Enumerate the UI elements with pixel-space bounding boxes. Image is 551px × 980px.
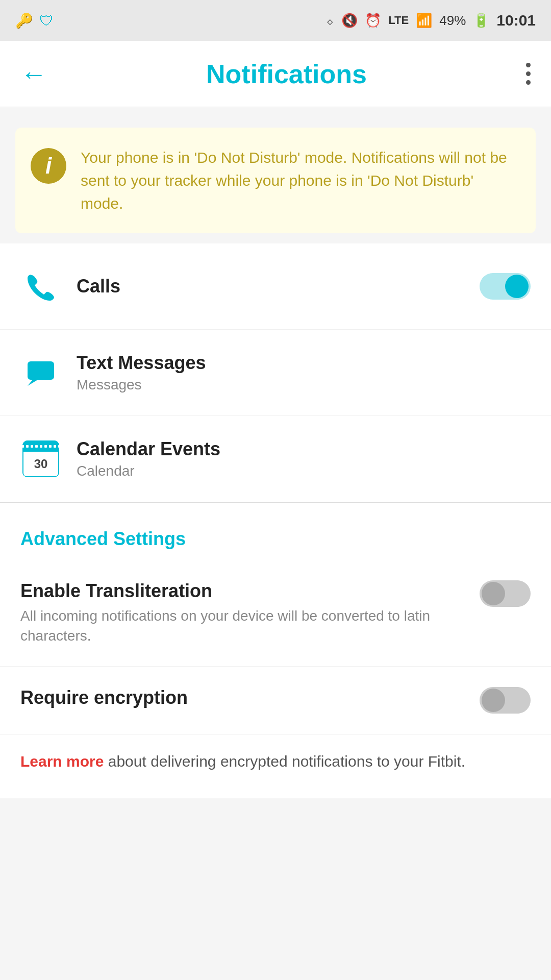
- svg-marker-1: [28, 380, 38, 386]
- transliteration-toggle-knob: [482, 582, 505, 605]
- transliteration-subtitle: All incoming notifications on your devic…: [20, 606, 464, 646]
- calendar-events-item[interactable]: 30 Calendar Events Calendar: [0, 416, 551, 502]
- encryption-toggle-control[interactable]: [480, 687, 531, 714]
- calendar-icon: 30: [20, 438, 61, 479]
- calls-icon: [20, 266, 61, 307]
- advanced-settings-section: Advanced Settings: [0, 503, 551, 560]
- learn-more-link[interactable]: Learn more: [20, 753, 104, 770]
- svg-rect-0: [28, 361, 54, 380]
- calendar-events-text: Calendar Events Calendar: [77, 438, 531, 479]
- calls-text: Calls: [77, 276, 480, 297]
- back-button[interactable]: ←: [20, 59, 47, 89]
- shield-icon: 🛡: [39, 12, 54, 29]
- alarm-icon: ⏰: [365, 13, 381, 29]
- calls-toggle[interactable]: [480, 273, 531, 300]
- transliteration-toggle[interactable]: [480, 580, 531, 607]
- transliteration-item[interactable]: Enable Transliteration All incoming noti…: [0, 560, 551, 667]
- text-messages-icon: [20, 352, 61, 393]
- lte-icon: LTE: [388, 14, 409, 27]
- page-title: Notifications: [206, 59, 367, 89]
- info-letter: i: [45, 153, 52, 179]
- warning-icon: i: [31, 148, 66, 184]
- dot-3: [526, 80, 531, 85]
- text-messages-text: Text Messages Messages: [77, 352, 531, 393]
- app-bar: ← Notifications: [0, 41, 551, 107]
- calls-toggle-control[interactable]: [480, 273, 531, 300]
- text-messages-item[interactable]: Text Messages Messages: [0, 330, 551, 416]
- encryption-note: Learn more about delivering encrypted no…: [0, 734, 551, 798]
- battery-percent: 49%: [439, 13, 466, 29]
- transliteration-text: Enable Transliteration All incoming noti…: [20, 580, 464, 646]
- status-bar-right-icons: ⬦ 🔇 ⏰ LTE 📶 49% 🔋 10:01: [326, 12, 536, 29]
- dot-1: [526, 63, 531, 67]
- encryption-toggle[interactable]: [480, 687, 531, 714]
- advanced-settings-title: Advanced Settings: [20, 528, 186, 549]
- encryption-item[interactable]: Require encryption: [0, 667, 551, 734]
- dot-2: [526, 71, 531, 76]
- encryption-note-text: about delivering encrypted notifications…: [104, 753, 465, 770]
- calls-item[interactable]: Calls: [0, 243, 551, 330]
- key-icon: 🔑: [15, 12, 33, 29]
- time-display: 10:01: [496, 12, 536, 29]
- mute-icon: 🔇: [341, 13, 358, 29]
- calendar-events-title: Calendar Events: [77, 438, 531, 460]
- encryption-toggle-knob: [482, 689, 505, 712]
- calls-toggle-knob: [505, 275, 529, 298]
- text-messages-subtitle: Messages: [77, 377, 531, 393]
- encryption-title: Require encryption: [20, 687, 464, 708]
- warning-message: Your phone is in 'Do Not Disturb' mode. …: [81, 146, 517, 215]
- calls-title: Calls: [77, 276, 480, 297]
- do-not-disturb-banner: i Your phone is in 'Do Not Disturb' mode…: [15, 128, 536, 233]
- battery-icon: 🔋: [473, 13, 489, 29]
- text-messages-title: Text Messages: [77, 352, 531, 374]
- notifications-list: Calls Text Messages Messages: [0, 243, 551, 798]
- bluetooth-icon: ⬦: [326, 13, 334, 29]
- status-bar-left-icons: 🔑 🛡: [15, 12, 54, 29]
- encryption-text: Require encryption: [20, 687, 464, 708]
- more-options-button[interactable]: [526, 63, 531, 85]
- status-bar: 🔑 🛡 ⬦ 🔇 ⏰ LTE 📶 49% 🔋 10:01: [0, 0, 551, 41]
- signal-icon: 📶: [416, 13, 432, 29]
- transliteration-toggle-control[interactable]: [480, 580, 531, 607]
- calendar-events-subtitle: Calendar: [77, 463, 531, 479]
- transliteration-title: Enable Transliteration: [20, 580, 464, 602]
